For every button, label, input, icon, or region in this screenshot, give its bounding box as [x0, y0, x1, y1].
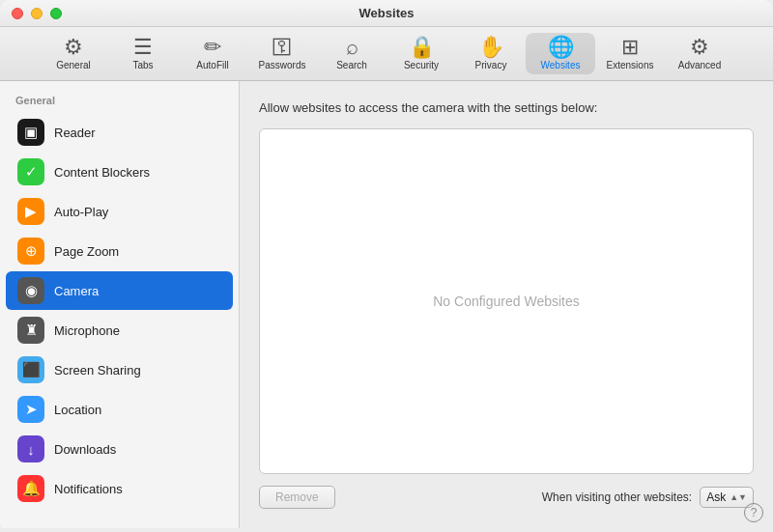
sidebar-item-label-downloads: Downloads	[54, 442, 116, 457]
page-zoom-icon: ⊕	[17, 238, 44, 265]
content-description: Allow websites to access the camera with…	[259, 100, 754, 115]
toolbar-item-websites[interactable]: 🌐Websites	[526, 33, 595, 74]
passwords-toolbar-icon: ⚿	[272, 37, 293, 58]
toolbar-item-search[interactable]: ⌕Search	[317, 33, 386, 74]
general-toolbar-icon: ⚙	[64, 37, 83, 58]
sidebar-item-location[interactable]: ➤Location	[6, 390, 233, 429]
chevron-icon: ▲▼	[730, 492, 747, 502]
reader-icon: ▣	[17, 119, 44, 146]
content-panel: Allow websites to access the camera with…	[240, 81, 773, 528]
advanced-toolbar-icon: ⚙	[690, 37, 709, 58]
sidebar-item-label-page-zoom: Page Zoom	[54, 244, 119, 259]
websites-toolbar-label: Websites	[541, 60, 581, 70]
remove-button[interactable]: Remove	[259, 486, 335, 509]
close-button[interactable]	[12, 8, 23, 19]
autofill-toolbar-label: AutoFill	[196, 60, 228, 70]
sidebar-item-label-autoplay: Auto-Play	[54, 205, 108, 219]
general-toolbar-label: General	[56, 60, 91, 70]
help-icon[interactable]: ?	[744, 503, 763, 522]
minimize-button[interactable]	[31, 8, 43, 19]
advanced-toolbar-label: Advanced	[678, 60, 721, 70]
security-toolbar-icon: 🔒	[409, 37, 435, 58]
no-websites-label: No Configured Websites	[433, 294, 579, 309]
titlebar: Websites	[0, 0, 773, 27]
footer-right: When visiting other websites: Ask ▲▼	[542, 487, 754, 508]
downloads-icon: ↓	[17, 435, 44, 462]
websites-toolbar-icon: 🌐	[548, 37, 574, 58]
sidebar-item-autoplay[interactable]: ▶Auto-Play	[6, 192, 233, 231]
microphone-icon: ♜	[17, 317, 44, 344]
sidebar-item-screen-sharing[interactable]: ⬛Screen Sharing	[6, 350, 233, 389]
sidebar-item-label-location: Location	[54, 403, 101, 417]
sidebar-item-label-screen-sharing: Screen Sharing	[54, 363, 141, 378]
toolbar-item-security[interactable]: 🔒Security	[386, 33, 456, 74]
toolbar-item-passwords[interactable]: ⚿Passwords	[247, 33, 317, 74]
sidebar-item-label-camera: Camera	[54, 284, 99, 298]
privacy-toolbar-icon: ✋	[478, 37, 504, 58]
tabs-toolbar-label: Tabs	[132, 60, 153, 70]
autoplay-icon: ▶	[17, 198, 44, 225]
dropdown-value: Ask	[706, 490, 726, 504]
sidebar-item-reader[interactable]: ▣Reader	[6, 113, 233, 152]
main-area: General ▣Reader✓Content Blockers▶Auto-Pl…	[0, 81, 773, 528]
titlebar-buttons	[12, 8, 62, 19]
content-footer: Remove When visiting other websites: Ask…	[259, 486, 754, 509]
camera-icon: ◉	[17, 277, 44, 304]
window-title: Websites	[359, 6, 415, 20]
sidebar-section-label: General	[0, 91, 239, 112]
sidebar-item-label-reader: Reader	[54, 126, 96, 140]
maximize-button[interactable]	[50, 8, 62, 19]
autofill-toolbar-icon: ✏	[204, 37, 221, 58]
tabs-toolbar-icon: ☰	[133, 37, 153, 58]
toolbar-item-autofill[interactable]: ✏AutoFill	[178, 33, 247, 74]
toolbar-item-general[interactable]: ⚙General	[39, 33, 108, 74]
footer-label: When visiting other websites:	[542, 490, 692, 504]
extensions-toolbar-icon: ⊞	[621, 37, 639, 58]
sidebar-item-label-content-blockers: Content Blockers	[54, 165, 150, 180]
sidebar-item-microphone[interactable]: ♜Microphone	[6, 311, 233, 350]
toolbar-item-advanced[interactable]: ⚙Advanced	[665, 33, 734, 74]
search-toolbar-icon: ⌕	[346, 37, 358, 58]
sidebar-item-downloads[interactable]: ↓Downloads	[6, 430, 233, 468]
sidebar-item-notifications[interactable]: 🔔Notifications	[6, 469, 233, 508]
extensions-toolbar-label: Extensions	[607, 60, 654, 70]
passwords-toolbar-label: Passwords	[259, 60, 306, 70]
toolbar-item-extensions[interactable]: ⊞Extensions	[595, 33, 665, 74]
visiting-dropdown[interactable]: Ask ▲▼	[700, 487, 754, 508]
notifications-icon: 🔔	[17, 475, 44, 502]
privacy-toolbar-label: Privacy	[475, 60, 507, 70]
toolbar-item-tabs[interactable]: ☰Tabs	[108, 33, 178, 74]
sidebar-item-camera[interactable]: ◉Camera	[6, 271, 233, 310]
sidebar: General ▣Reader✓Content Blockers▶Auto-Pl…	[0, 81, 240, 528]
content-blockers-icon: ✓	[17, 158, 44, 185]
search-toolbar-label: Search	[336, 60, 367, 70]
toolbar-item-privacy[interactable]: ✋Privacy	[456, 33, 526, 74]
sidebar-item-content-blockers[interactable]: ✓Content Blockers	[6, 153, 233, 191]
websites-box: No Configured Websites	[259, 128, 754, 474]
screen-sharing-icon: ⬛	[17, 356, 44, 383]
toolbar: ⚙General☰Tabs✏AutoFill⚿Passwords⌕Search🔒…	[0, 27, 773, 81]
sidebar-item-label-notifications: Notifications	[54, 482, 123, 496]
sidebar-item-page-zoom[interactable]: ⊕Page Zoom	[6, 232, 233, 270]
location-icon: ➤	[17, 396, 44, 423]
security-toolbar-label: Security	[404, 60, 439, 70]
sidebar-item-label-microphone: Microphone	[54, 323, 120, 338]
